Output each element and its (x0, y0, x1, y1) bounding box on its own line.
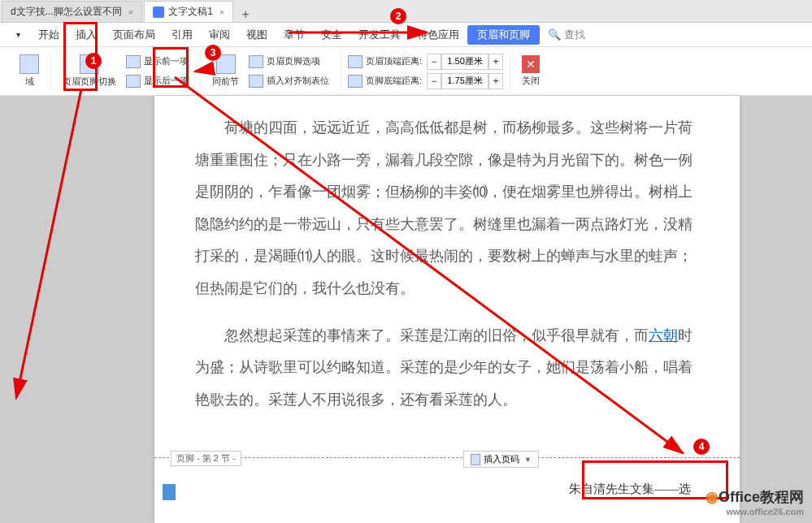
close-label: 关闭 (522, 75, 540, 87)
watermark: ◉Office教程网 www.office26.com (706, 487, 804, 517)
show-prev-button[interactable]: 显示前一项 (126, 52, 193, 71)
prev-icon (126, 55, 141, 68)
menu-special[interactable]: 特色应用 (409, 24, 467, 46)
footer-dist-input[interactable] (441, 73, 489, 89)
link-section-icon (216, 54, 236, 74)
tab-label: 文字文稿1 (168, 5, 213, 19)
show-next-button[interactable]: 显示后一项 (126, 71, 193, 91)
tab-label: d文字技...脚怎么设置不同 (11, 5, 122, 19)
close-icon[interactable]: × (128, 7, 133, 17)
switch-icon (80, 54, 99, 74)
header-dist-spinner: − + (427, 54, 503, 70)
field-label: 域 (25, 76, 34, 88)
search-icon: 🔍 (548, 28, 561, 41)
field-icon (20, 54, 39, 74)
footer-text[interactable]: 朱自清先生文集——选 (569, 482, 691, 497)
switch-label: 页眉页脚切换 (63, 76, 116, 88)
decrease-button[interactable]: − (427, 54, 441, 70)
menu-bar: 开始 插入 页面布局 引用 审阅 视图 章节 安全 开发工具 特色应用 页眉和页… (0, 23, 812, 47)
options-icon (249, 55, 263, 68)
paragraph: 忽然想起采莲的事情来了。采莲是江南的旧俗，似乎很早就有，而六朝时为盛；从诗歌里可… (195, 320, 699, 417)
next-icon (126, 75, 141, 88)
close-hf-button[interactable]: ✕ 关闭 (517, 54, 545, 89)
chevron-down-icon: ▼ (524, 456, 532, 464)
hyperlink[interactable]: 六朝 (649, 327, 678, 344)
tab-item-active[interactable]: 文字文稿1 × (144, 1, 233, 22)
menu-security[interactable]: 安全 (313, 24, 350, 46)
footer-dist-icon (348, 75, 363, 88)
footer-dist-spinner: − + (427, 73, 503, 89)
hf-switch-button[interactable]: 页眉页脚切换 (58, 53, 121, 89)
new-tab-button[interactable]: + (233, 7, 258, 22)
document-area: 荷塘的四面，远远近近，高高低低都是树，而杨柳最多。这些树将一片荷塘重重围住；只在… (0, 96, 812, 523)
menu-insert[interactable]: 插入 (67, 24, 105, 46)
same-prev-button[interactable]: 同前节 (207, 53, 244, 89)
ribbon-group-switch: 页眉页脚切换 显示前一项 显示后一项 (51, 51, 201, 91)
paragraph: 荷塘的四面，远远近近，高高低低都是树，而杨柳最多。这些树将一片荷塘重重围住；只在… (195, 112, 699, 305)
menu-view[interactable]: 视图 (238, 24, 276, 46)
hf-options-button[interactable]: 页眉页脚选项 (249, 52, 334, 71)
close-x-icon: ✕ (522, 55, 540, 73)
footer-section-label: 页脚 - 第 2 节 - (171, 451, 241, 466)
menu-pagelayout[interactable]: 页面布局 (105, 24, 163, 46)
menu-dropdown[interactable] (8, 24, 30, 46)
watermark-logo-icon: ◉ (706, 489, 719, 505)
header-dist-input[interactable] (441, 54, 489, 70)
tabs-bar: d文字技...脚怎么设置不同 × 文字文稿1 × + (0, 0, 812, 23)
search-label: 查找 (564, 28, 585, 42)
header-dist-label: 页眉顶端距离: (366, 55, 422, 67)
page-indicator-icon (163, 484, 176, 500)
field-button[interactable]: 域 (15, 53, 44, 89)
link-label: 同前节 (212, 76, 239, 88)
ribbon-group-close: ✕ 关闭 (510, 51, 551, 91)
ribbon-group-link: 同前节 页眉页脚选项 插入对齐制表位 (201, 51, 341, 91)
footer-separator (154, 457, 740, 458)
ribbon: 域 页眉页脚切换 显示前一项 显示后一项 同前节 页眉页脚选项 (0, 47, 812, 96)
menu-start[interactable]: 开始 (30, 24, 67, 46)
word-doc-icon (153, 6, 164, 18)
footer-dist-label: 页脚底端距离: (366, 75, 422, 87)
insert-page-number-button[interactable]: 插入页码 ▼ (463, 451, 539, 468)
menu-devtools[interactable]: 开发工具 (350, 24, 409, 46)
menu-review[interactable]: 审阅 (201, 24, 238, 46)
tab-item[interactable]: d文字技...脚怎么设置不同 × (2, 1, 142, 22)
ribbon-group-field: 域 (8, 51, 51, 91)
increase-button[interactable]: + (489, 73, 503, 89)
close-icon[interactable]: × (219, 7, 224, 17)
search-box[interactable]: 🔍 查找 (548, 28, 585, 42)
tab-icon (249, 75, 263, 88)
increase-button[interactable]: + (489, 54, 503, 70)
page-num-icon (471, 454, 480, 465)
insert-tab-button[interactable]: 插入对齐制表位 (249, 71, 334, 91)
ribbon-group-distance: 页眉顶端距离: − + 页脚底端距离: − + (341, 51, 510, 91)
menu-chapter[interactable]: 章节 (276, 24, 313, 46)
menu-header-footer[interactable]: 页眉和页脚 (467, 25, 540, 45)
page[interactable]: 荷塘的四面，远远近近，高高低低都是树，而杨柳最多。这些树将一片荷塘重重围住；只在… (154, 96, 740, 523)
decrease-button[interactable]: − (427, 73, 441, 89)
header-dist-icon (348, 55, 363, 68)
menu-reference[interactable]: 引用 (163, 24, 201, 46)
